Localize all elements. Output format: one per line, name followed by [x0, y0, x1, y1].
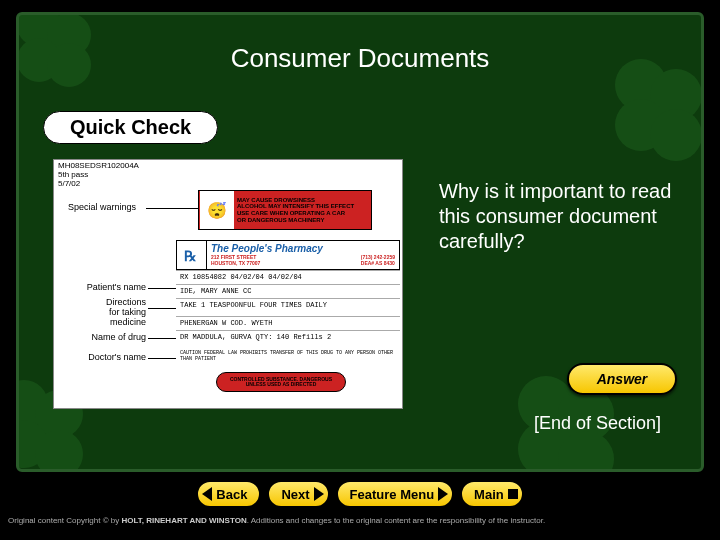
- back-button[interactable]: Back: [196, 480, 261, 508]
- drowsy-icon: 😴: [200, 191, 234, 229]
- label-patient: Patient's name: [60, 282, 146, 292]
- arrow-right-icon: [314, 487, 324, 501]
- arrow-right-icon: [438, 487, 448, 501]
- caution-row: CAUTION FEDERAL LAW PROHIBITS TRANSFER O…: [176, 348, 400, 364]
- label-directions: Directions for taking medicine: [78, 298, 146, 328]
- leader-line: [146, 208, 198, 209]
- prescription-label-image: MH08SEDSR102004A 5th pass 5/7/02 Special…: [53, 159, 403, 409]
- arrow-left-icon: [202, 487, 212, 501]
- main-button[interactable]: Main: [460, 480, 524, 508]
- directions-row: TAKE 1 TEASPOONFUL FOUR TIMES DAILY: [176, 298, 400, 311]
- label-doctor: Doctor's name: [68, 352, 146, 362]
- label-drug: Name of drug: [68, 332, 146, 342]
- rx-number-row: RX 10854082 04/02/04 04/02/04: [176, 270, 400, 283]
- label-special-warnings: Special warnings: [68, 202, 136, 212]
- quick-check-badge: Quick Check: [43, 111, 218, 144]
- slide-title: Consumer Documents: [19, 43, 701, 74]
- square-icon: [508, 489, 518, 499]
- warning-sticker: 😴 MAY CAUSE DROWSINESS ALCOHOL MAY INTEN…: [198, 190, 372, 230]
- doctor-row: DR MADDULA, GURVA QTY: 140 Refills 2: [176, 330, 400, 343]
- question-text: Why is it important to read this consume…: [439, 179, 689, 254]
- copyright-text: Original content Copyright © by HOLT, RI…: [8, 516, 545, 525]
- feature-menu-button[interactable]: Feature Menu: [336, 480, 455, 508]
- svg-point-7: [650, 109, 701, 161]
- answer-button[interactable]: Answer: [567, 363, 677, 395]
- drug-row: PHENERGAN W COD. WYETH: [176, 316, 400, 329]
- slide-frame: Consumer Documents Quick Check MH08SEDSR…: [16, 12, 704, 472]
- end-of-section: [End of Section]: [534, 413, 661, 434]
- image-meta: MH08SEDSR102004A 5th pass 5/7/02: [58, 162, 139, 188]
- patient-row: IDE, MARY ANNE CC: [176, 284, 400, 297]
- svg-text:℞: ℞: [184, 248, 197, 264]
- rx-icon: ℞: [177, 241, 207, 269]
- next-button[interactable]: Next: [267, 480, 329, 508]
- nav-bar: Back Next Feature Menu Main: [0, 478, 720, 510]
- pharmacy-header: ℞ The People's Pharmacy 212 FIRST STREET…: [176, 240, 400, 270]
- controlled-substance-sticker: CONTROLLED SUBSTANCE. DANGEROUS UNLESS U…: [216, 372, 346, 392]
